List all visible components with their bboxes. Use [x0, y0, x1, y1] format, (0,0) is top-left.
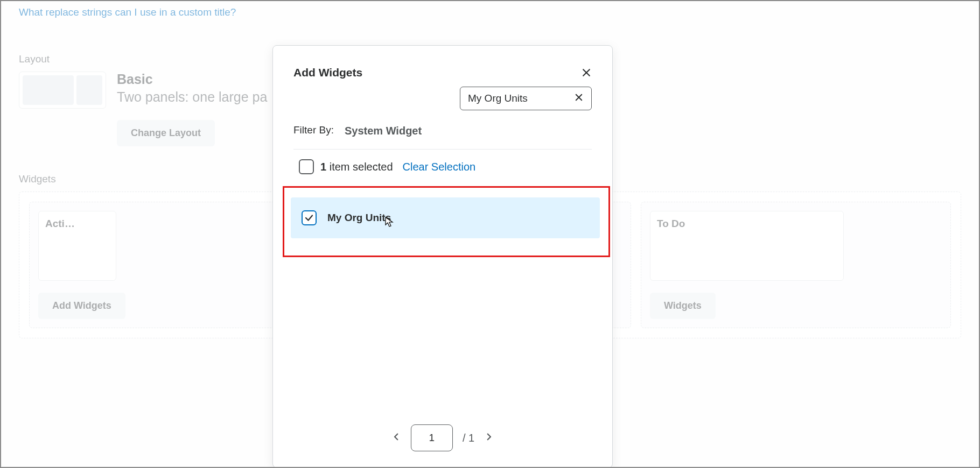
selection-count: 1 item selected: [320, 161, 393, 173]
pager: / 1: [273, 424, 612, 467]
widget-result-row[interactable]: My Org Units: [291, 197, 600, 238]
select-all-checkbox[interactable]: [299, 159, 314, 174]
filter-value[interactable]: System Widget: [345, 125, 422, 137]
clear-search-icon[interactable]: [574, 93, 584, 104]
result-label: My Org Units: [327, 212, 391, 224]
add-widgets-modal: Add Widgets My Org Units Filter By: Syst…: [272, 45, 613, 468]
close-icon[interactable]: [581, 67, 592, 80]
clear-selection-link[interactable]: Clear Selection: [403, 161, 476, 173]
page-total: / 1: [463, 432, 474, 444]
prev-page-icon[interactable]: [391, 432, 401, 444]
cursor-icon: [385, 217, 394, 230]
search-input[interactable]: My Org Units: [460, 87, 592, 110]
filter-by-label: Filter By:: [293, 124, 334, 136]
page-input[interactable]: [411, 424, 453, 451]
result-checkbox[interactable]: [302, 210, 317, 225]
modal-title: Add Widgets: [293, 66, 362, 79]
next-page-icon[interactable]: [484, 432, 494, 444]
search-value: My Org Units: [468, 93, 528, 104]
result-highlight: My Org Units: [283, 186, 610, 257]
